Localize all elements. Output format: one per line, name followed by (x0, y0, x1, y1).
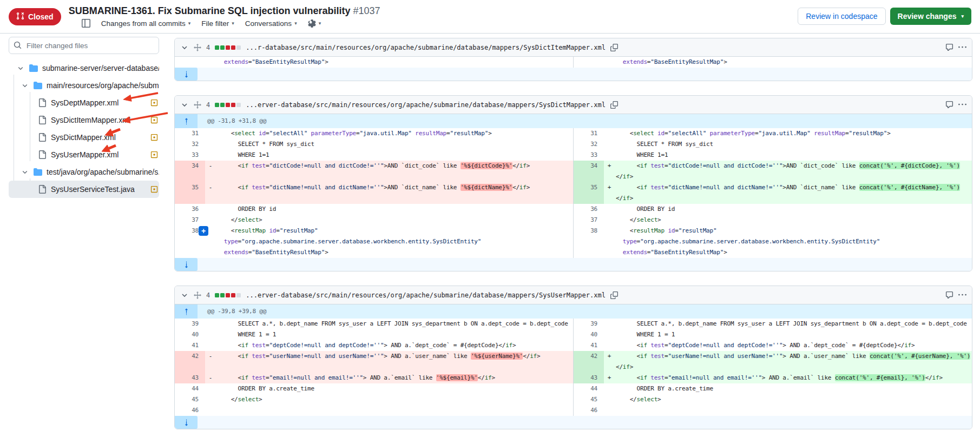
line-number-new[interactable]: 40 (574, 329, 604, 340)
line-number-old[interactable]: 42 (175, 351, 205, 373)
line-number-new[interactable]: 42 (574, 351, 604, 373)
diff-marker-old: - (205, 161, 216, 182)
file-tree-item-sysusermapper-xml[interactable]: SysUserMapper.xml (9, 146, 159, 163)
comment-button[interactable] (945, 291, 953, 299)
line-number-new[interactable]: 35 (574, 182, 604, 204)
chevron-down-icon[interactable] (21, 82, 29, 89)
file-tree-item-submarine-server-server-database[interactable]: submarine-server/server-database/... (9, 59, 159, 77)
line-number-old[interactable]: 41 (175, 340, 205, 351)
file-tree-item-test-java-org-apache-submarine-s[interactable]: test/java/org/apache/submarine/s... (9, 163, 159, 181)
line-number-old[interactable]: 31 (175, 128, 205, 139)
drag-handle-icon[interactable] (194, 291, 201, 299)
file-tree-item-main-resources-org-apache-subm[interactable]: main/resources/org/apache/subm... (9, 77, 159, 94)
file-tree-item-label: SysDictMapper.xml (51, 133, 116, 142)
code-cell-new: <if test="dictCode!=null and dictCode!='… (615, 161, 972, 182)
expand-up-button[interactable] (175, 304, 198, 319)
file-filter-input[interactable] (9, 37, 159, 54)
line-number-new[interactable]: 41 (574, 340, 604, 351)
copy-path-button[interactable] (610, 44, 618, 51)
diff-settings-gear-button[interactable]: ▾ (308, 19, 321, 28)
file-tree-item-sysdictitemmapper-xml[interactable]: SysDictItemMapper.xml (9, 111, 159, 129)
chevron-down-icon[interactable] (16, 65, 25, 71)
file-tree-item-sysuserservicetest-java[interactable]: SysUserServiceTest.java (9, 181, 159, 198)
line-number-old[interactable]: 44 (175, 383, 205, 394)
file-tree-item-sysdeptmapper-xml[interactable]: SysDeptMapper.xml (9, 94, 159, 111)
diff-row: 37 </select>37 </select> (175, 215, 972, 226)
line-number-old[interactable]: 34 (175, 161, 205, 182)
copy-path-button[interactable] (610, 101, 618, 109)
line-number-new[interactable]: 43 (574, 373, 604, 383)
line-number-new[interactable]: 38 (574, 226, 604, 258)
line-number-new[interactable]: 46 (574, 405, 604, 416)
file-icon (38, 133, 47, 142)
drag-handle-icon[interactable] (194, 101, 201, 109)
diffstat (215, 103, 241, 107)
comment-button[interactable] (945, 101, 953, 109)
code-line-text: type="org.apache.submarine.server.databa… (616, 236, 972, 247)
sidebar-toggle-button[interactable] (82, 19, 90, 28)
line-number-old[interactable]: 35 (175, 182, 205, 204)
line-number-old[interactable]: 43 (175, 373, 205, 383)
collapse-file-button[interactable] (180, 43, 189, 52)
chevron-down-icon[interactable] (21, 169, 29, 175)
line-number-old[interactable]: 36 (175, 204, 205, 215)
expand-down-button[interactable] (175, 416, 198, 429)
conversations-dropdown[interactable]: Conversations ▾ (245, 19, 297, 28)
line-number-new[interactable]: 36 (574, 204, 604, 215)
collapse-file-button[interactable] (180, 101, 189, 109)
line-number-new[interactable]: 45 (574, 394, 604, 405)
code-line-text: extends="BaseEntityResultMap"> (217, 247, 573, 258)
expand-down-button[interactable] (175, 68, 198, 81)
line-number-new[interactable]: 32 (574, 139, 604, 150)
code-line-text: </select> (217, 394, 573, 405)
line-number-old[interactable]: 32 (175, 139, 205, 150)
expand-row (175, 416, 972, 429)
line-number-new[interactable]: 34 (574, 161, 604, 182)
line-number-old[interactable]: 37 (175, 215, 205, 226)
expand-row (175, 68, 972, 81)
expand-up-button[interactable] (175, 114, 198, 128)
file-options-button[interactable] (958, 43, 966, 51)
expand-down-button[interactable] (175, 258, 198, 271)
code-cell-old: WHERE 1=1 (216, 150, 573, 161)
code-cell-new: <if test="dictName!=null and dictName!='… (615, 182, 972, 204)
line-number-old[interactable]: 40 (175, 329, 205, 340)
code-cell-new: WHERE 1=1 (615, 150, 972, 161)
diff-marker-new (604, 405, 615, 416)
comment-button[interactable] (945, 43, 953, 51)
line-number-new[interactable] (574, 57, 604, 68)
add-line-comment-button[interactable]: + (199, 226, 208, 236)
line-number-old[interactable] (175, 57, 205, 68)
line-number-new[interactable]: 31 (574, 128, 604, 139)
review-in-codespace-button[interactable]: Review in codespace (798, 8, 885, 25)
line-number-old[interactable]: 39 (175, 319, 205, 329)
copy-path-button[interactable] (610, 291, 618, 299)
code-cell-new: </select> (615, 215, 972, 226)
line-number-old[interactable]: 45 (175, 394, 205, 405)
chevron-down-icon: ▾ (319, 21, 321, 26)
code-line-text: WHERE 1 = 1 (616, 329, 972, 340)
diff-row: 42- <if test="userName!=null and userNam… (175, 351, 972, 373)
line-number-new[interactable]: 37 (574, 215, 604, 226)
review-changes-button[interactable]: Review changes ▾ (890, 8, 971, 25)
diffstat-square-del (231, 293, 235, 297)
file-diff-panel: 4...erver-database/src/main/resources/or… (174, 95, 972, 271)
file-filter-dropdown[interactable]: File filter ▾ (201, 19, 234, 28)
line-number-old[interactable]: 33 (175, 150, 205, 161)
changes-from-dropdown[interactable]: Changes from all commits ▾ (101, 19, 191, 28)
code-line-text: <if test="userName!=null and userName!='… (616, 351, 972, 362)
code-line-text: <if test="deptCode!=null and deptCode!='… (217, 340, 573, 351)
collapse-file-button[interactable] (180, 291, 189, 300)
file-tree-item-sysdictmapper-xml[interactable]: SysDictMapper.xml (9, 129, 159, 146)
gear-icon (308, 19, 316, 28)
line-number-new[interactable]: 33 (574, 150, 604, 161)
file-options-button[interactable] (958, 101, 966, 109)
file-options-button[interactable] (958, 291, 966, 299)
hunk-header-row: @@ -31,8 +31,8 @@ (175, 114, 972, 128)
diff-marker-old (205, 204, 216, 215)
line-number-new[interactable]: 39 (574, 319, 604, 329)
line-number-new[interactable]: 44 (574, 383, 604, 394)
code-cell-new: SELECT a.*, b.dept_name FROM sys_user a … (615, 319, 972, 329)
drag-handle-icon[interactable] (194, 44, 201, 51)
line-number-old[interactable]: 46 (175, 405, 205, 416)
